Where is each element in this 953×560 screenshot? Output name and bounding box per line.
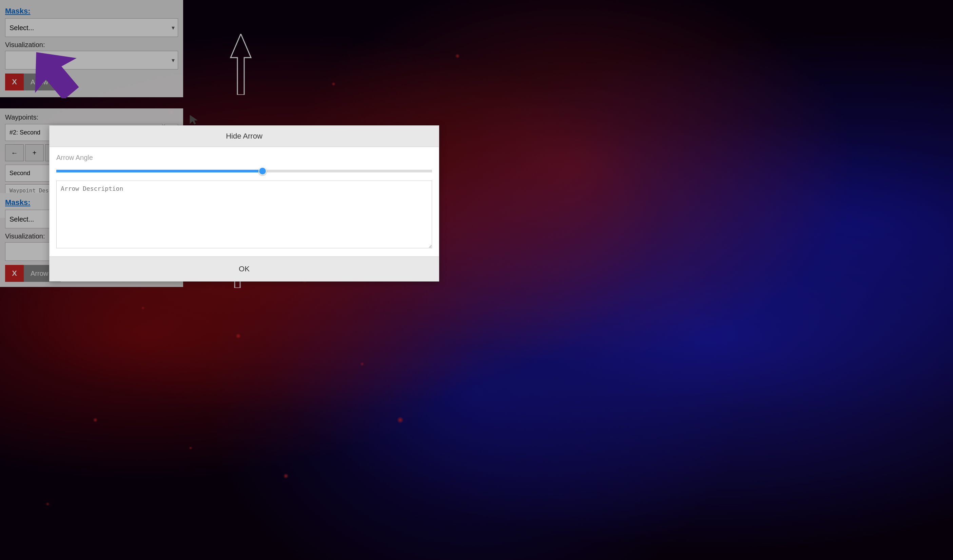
modal-title: Hide Arrow (226, 132, 262, 140)
arrow-description-textarea[interactable] (56, 181, 432, 248)
modal-dialog: Hide Arrow Arrow Angle OK (49, 125, 439, 282)
arrow-angle-slider-container (56, 164, 432, 181)
modal-ok-button[interactable]: OK (56, 263, 432, 275)
arrow-angle-label: Arrow Angle (56, 154, 432, 162)
arrow-angle-slider[interactable] (56, 170, 432, 172)
modal-header: Hide Arrow (50, 126, 439, 147)
modal-footer: OK (50, 257, 439, 281)
modal-body: Arrow Angle (50, 147, 439, 257)
